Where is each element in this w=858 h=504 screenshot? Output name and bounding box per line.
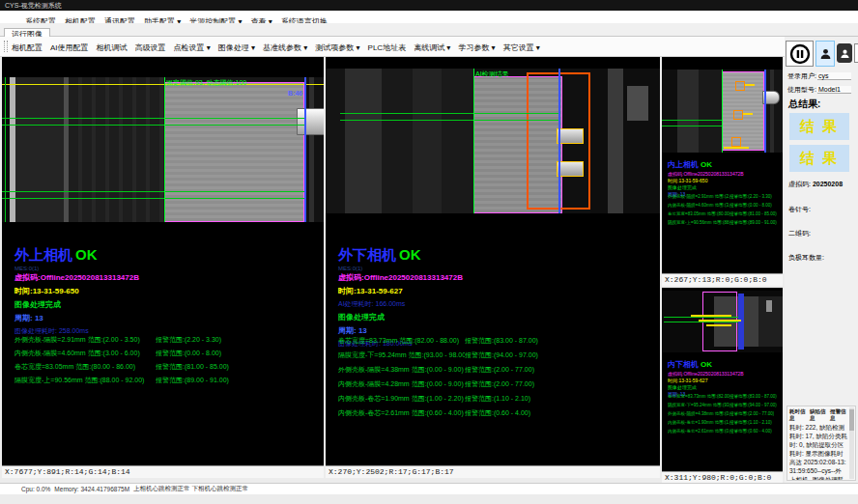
alarm-range: 报警范围:(2.00 - 77.00)	[465, 365, 534, 375]
model-label: 使用型号:	[787, 86, 816, 93]
log-tab[interactable]: 报警信息	[830, 408, 847, 422]
capture-time: 时间:13-31-59-650	[14, 286, 309, 296]
camera-panel-inner-bottom: 内下相机OK 虚拟码:Offline2025020813313472B 时间:1…	[662, 288, 783, 484]
alarm-range: 报警范围:(83.00 - 87.00)	[729, 394, 777, 399]
alarm-range: 报警范围:(94.00 - 97.00)	[729, 403, 777, 407]
measurement-value: 隔膜宽度-上=90.56mm 范围:(88.00 - 92.00)	[14, 376, 156, 385]
tab-strip: 运行图像	[0, 23, 858, 37]
capture-time: 时间:13-31-59-627	[668, 378, 779, 383]
camera2-image: AI检测结果	[326, 69, 660, 213]
alarm-range: 报警范围:(1.10 - 2.10)	[729, 420, 772, 425]
camera1-image: 固定阈值:93, 动态阈值:100 B:46	[2, 77, 324, 222]
model-value[interactable]: Model1	[817, 86, 851, 94]
measurement-value: 卷芯宽度=83.73mm 范围:(82.00 - 88.00)	[668, 394, 729, 399]
user-manage-button[interactable]	[837, 43, 852, 63]
machinery-band	[662, 70, 677, 153]
annotation-mark	[706, 324, 731, 326]
overlay-line	[473, 69, 474, 213]
measurement-value: 卷芯宽度=83.05mm 范围:(80.00 - 86.00)	[14, 362, 156, 372]
measurement-row: 内侧壳板-卷芯=2.61mm 范围:(0.60 - 4.00) 报警范围:(0.…	[338, 406, 656, 420]
log-tab[interactable]: 耗时信息	[789, 408, 807, 422]
memory-usage: Memory: 3424.41796875M	[54, 486, 129, 492]
alarm-range: 报警范围:(89.00 - 91.00)	[729, 220, 777, 225]
alarm-range: 报警范围:(0.60 - 4.00)	[465, 408, 530, 418]
measurement-row: 外侧壳板-隔膜=4.38mm 范围:(0.00 - 9.00) 报警范围:(2.…	[338, 362, 656, 377]
menubar: 系统配置相机配置通讯配置助手配置 ▾光源控制配置 ▾查看 ▾系统语言切换	[0, 11, 858, 23]
machinery-band	[309, 77, 314, 222]
info-field-label: 卷针号:	[788, 206, 811, 212]
user-icon	[819, 45, 832, 62]
ai-result-label: AI检测结果	[475, 70, 509, 79]
measurement-value: 外侧壳板-隔膜=4.38mm 范围:(0.00 - 9.00)	[668, 411, 729, 416]
overlay-line	[2, 191, 304, 192]
overlay-line	[2, 118, 304, 119]
result-ok: OK	[701, 160, 712, 169]
toolbar-item[interactable]: 学习参数 ▾	[458, 38, 495, 58]
info-field: 卷针号:	[788, 205, 811, 214]
cpu-usage: Cpu: 0.0%	[21, 486, 50, 492]
pause-button[interactable]	[786, 41, 814, 67]
overlay-line	[764, 70, 766, 153]
defect-marker	[731, 137, 741, 147]
result-ok: OK	[399, 246, 421, 263]
heartbeat-notes: 上相机心跳检测正常下相机心跳检测正常	[133, 485, 248, 493]
toolbar-item[interactable]: 相机调试	[97, 38, 128, 58]
control-sidebar: 登录用户:cys 使用型号:Model1 总结果: 结 果 结 果 虚拟码: 2…	[785, 37, 858, 483]
measurement-rows: 卷芯宽度=83.73mm 范围:(82.00 - 88.00) 报警范围:(83…	[668, 392, 781, 435]
measurement-rows: 外侧壳板-隔膜=2.91mm 范围:(2.00 - 3.50) 报警范围:(2.…	[668, 192, 781, 227]
alarm-range: 报警范围:(0.00 - 8.00)	[156, 349, 221, 358]
log-tabs: 耗时信息缺陷信息报警信息	[789, 408, 847, 422]
login-user-button[interactable]	[815, 41, 835, 67]
process-status: 图像处理完成	[668, 184, 779, 190]
log-scrollbar[interactable]	[849, 407, 854, 479]
machinery-band	[608, 69, 623, 213]
window-title: CYS-视觉检测系统	[5, 2, 62, 9]
toolbar-item[interactable]: 其它设置 ▾	[503, 38, 540, 58]
battery-cell-region	[164, 82, 304, 222]
info-field-label: 负极耳数量:	[788, 254, 824, 261]
log-tab[interactable]: 缺陷信息	[810, 408, 827, 422]
model-row: 使用型号:Model1	[787, 85, 851, 95]
process-status: 图像处理完成	[668, 384, 779, 390]
toolbar-item[interactable]: 测试项参数 ▾	[315, 38, 359, 58]
b-value-label: B:46	[288, 90, 302, 97]
toolbar: 相机配置AI使用配置相机调试高级设置点检设置 ▾图像处理 ▾基准线参数 ▾测试项…	[0, 37, 858, 57]
alarm-range: 报警范围:(89.00 - 91.00)	[156, 376, 229, 385]
threshold-label: 固定阈值:93, 动态阈值:100	[166, 78, 246, 88]
exit-button[interactable]	[854, 43, 858, 63]
camera4-image	[662, 291, 783, 352]
ai-elapsed: AI处理耗时: 166.00ms	[338, 299, 633, 309]
virtual-code: 虚拟码:Offline2025020813313472B	[668, 371, 779, 377]
alarm-range: 报警范围:(2.00 - 77.00)	[729, 411, 774, 416]
measurement-value: 内侧壳板-卷芯=1.90mm 范围:(1.00 - 2.20)	[338, 394, 465, 404]
toolbar-item[interactable]: 相机配置	[12, 38, 43, 58]
camera3-image	[662, 70, 783, 153]
toolbar-item[interactable]: AI使用配置	[50, 38, 89, 58]
measurement-row: 外侧壳板-隔膜=2.91mm 范围:(2.00 - 3.50) 报警范围:(2.…	[14, 333, 320, 347]
measurement-rows: 外侧壳板-隔膜=2.91mm 范围:(2.00 - 3.50) 报警范围:(2.…	[14, 333, 320, 387]
camera-panel-outer-top: 固定阈值:93, 动态阈值:100 B:46 外上相机OK MES:0(1) 虚…	[2, 57, 324, 478]
mes-label: MES:0(1)	[14, 266, 309, 271]
toolbar-item[interactable]: PLC地址表	[368, 38, 407, 58]
machinery-band	[442, 69, 473, 213]
toolbar-item[interactable]: 图像处理 ▾	[218, 38, 255, 58]
log-scrollbar-thumb[interactable]	[849, 409, 854, 431]
toolbar-item[interactable]: 点检设置 ▾	[174, 38, 211, 58]
toolbar-item[interactable]: 离线调试 ▾	[414, 38, 450, 58]
result-ok: OK	[701, 360, 712, 369]
heartbeat-note: 上相机心跳检测正常	[133, 485, 190, 493]
overlay-line	[304, 77, 306, 222]
measurement-row: 隔膜宽度-下=95.24mm 范围:(93.00 - 98.00) 报警范围:(…	[668, 401, 781, 409]
info-field: 二维码:	[788, 229, 811, 238]
pause-icon	[788, 42, 812, 66]
machinery-band	[677, 70, 699, 153]
mes-label: MES:0(1)	[338, 266, 633, 271]
measurement-row: 外侧壳板-隔膜=2.91mm 范围:(2.00 - 3.50) 报警范围:(2.…	[668, 192, 781, 201]
info-field-label: 虚拟码:	[788, 181, 811, 187]
login-user-value[interactable]: cys	[817, 72, 851, 80]
heartbeat-note: 下相机心跳检测正常	[192, 485, 249, 493]
toolbar-item[interactable]: 高级设置	[135, 38, 166, 58]
machinery-band	[382, 69, 413, 213]
overlay-line	[164, 77, 165, 222]
toolbar-item[interactable]: 基准线参数 ▾	[263, 38, 307, 58]
